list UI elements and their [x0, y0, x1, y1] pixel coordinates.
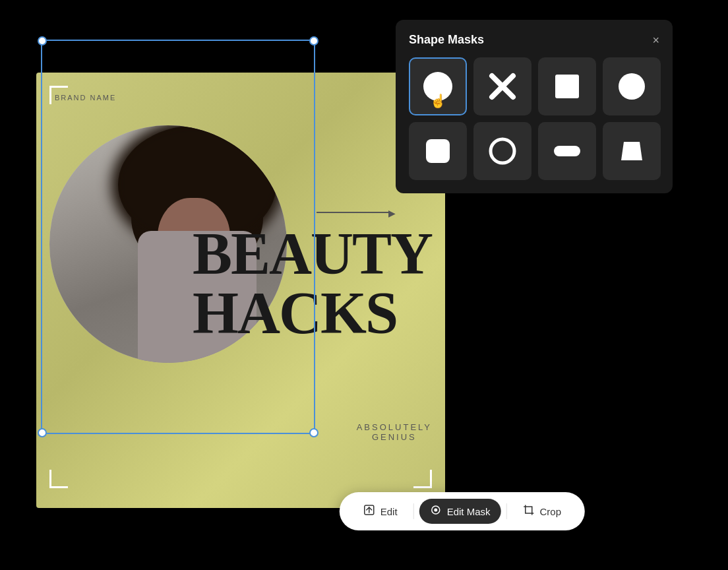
handle-top-right[interactable]: [309, 36, 318, 46]
square-rounded-icon: [422, 135, 454, 167]
edit-mask-button[interactable]: Edit Mask: [419, 499, 501, 524]
svg-marker-6: [621, 142, 642, 160]
masks-grid: ☝: [409, 57, 659, 180]
svg-point-10: [434, 509, 437, 512]
svg-rect-3: [426, 139, 450, 163]
popup-header: Shape Masks ×: [409, 33, 659, 47]
bottom-toolbar: Edit Edit Mask Crop: [340, 492, 585, 530]
mask-circle-outline[interactable]: [473, 122, 531, 180]
headline-line1: BEAUTY: [193, 224, 432, 284]
mask-square-rounded[interactable]: [409, 122, 467, 180]
edit-mask-icon-svg: [430, 504, 442, 516]
cursor-icon: ☝: [430, 93, 446, 109]
canvas: BRAND NAME BEAUTY HACKS ABSOLUTELYGENIUS: [0, 0, 728, 570]
edit-mask-icon: [430, 504, 442, 519]
edit-mask-label: Edit Mask: [447, 506, 491, 517]
svg-point-4: [491, 139, 514, 163]
arrow: [317, 212, 396, 214]
mask-square-filled[interactable]: [538, 57, 596, 115]
trapezoid-icon: [616, 135, 648, 167]
edit-label: Edit: [380, 506, 398, 517]
crop-icon: [522, 504, 534, 519]
crop-corner-bl: [49, 470, 68, 488]
mask-circle-large[interactable]: [603, 57, 661, 115]
toolbar-divider-1: [413, 503, 414, 519]
shape-masks-popup: Shape Masks × ☝: [396, 20, 673, 193]
crop-button[interactable]: Crop: [512, 499, 572, 524]
crop-corner-br: [413, 470, 432, 488]
crop-corner-tl: [49, 86, 68, 104]
svg-rect-5: [554, 146, 580, 156]
edit-button[interactable]: Edit: [353, 499, 408, 524]
handle-top-left[interactable]: [38, 36, 47, 46]
edit-icon: [363, 504, 375, 519]
headline-line2: HACKS: [193, 284, 432, 343]
svg-point-2: [619, 73, 645, 100]
mask-trapezoid[interactable]: [603, 122, 661, 180]
close-button[interactable]: ×: [652, 34, 659, 46]
popup-title: Shape Masks: [409, 33, 484, 47]
crop-label: Crop: [539, 506, 561, 517]
svg-rect-1: [555, 75, 579, 98]
circle-large-icon: [616, 71, 648, 102]
edit-icon-svg: [363, 504, 375, 516]
mask-pill[interactable]: [538, 122, 596, 180]
headline-block: BEAUTY HACKS: [193, 224, 432, 343]
mask-circle-filled[interactable]: ☝: [409, 57, 467, 115]
square-filled-icon: [551, 71, 583, 102]
pill-icon: [551, 135, 583, 167]
circle-outline-icon: [487, 135, 518, 167]
subtext: ABSOLUTELYGENIUS: [357, 422, 432, 442]
toolbar-divider-2: [506, 503, 506, 519]
mask-x-cross[interactable]: [473, 57, 531, 115]
design-card: BRAND NAME BEAUTY HACKS ABSOLUTELYGENIUS: [36, 73, 445, 508]
x-cross-icon: [487, 71, 518, 102]
crop-icon-svg: [522, 504, 534, 516]
